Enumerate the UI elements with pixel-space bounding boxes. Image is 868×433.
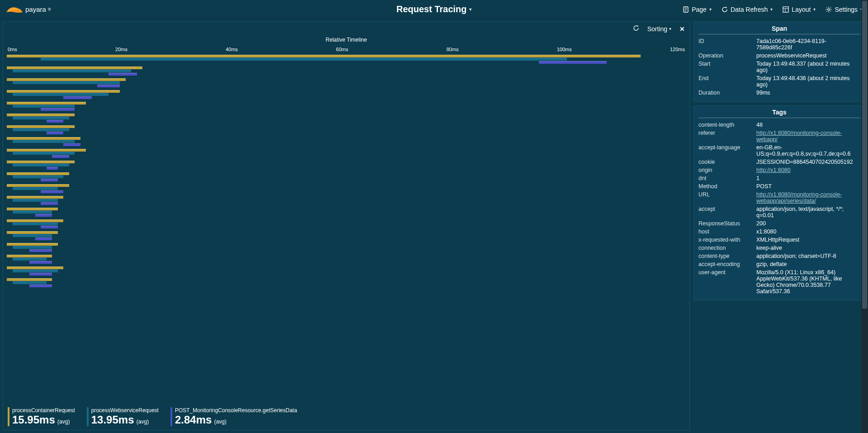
tag-link[interactable]: http://x1:8080/monitoring-console-webapp… bbox=[756, 130, 842, 143]
span-bar[interactable] bbox=[7, 143, 686, 146]
span-bar[interactable] bbox=[7, 278, 686, 281]
trace-group[interactable] bbox=[7, 208, 686, 217]
trace-group[interactable] bbox=[7, 90, 686, 99]
span-bar[interactable] bbox=[7, 132, 686, 134]
span-bar[interactable] bbox=[7, 184, 686, 187]
span-bar[interactable] bbox=[7, 108, 686, 111]
span-bar[interactable] bbox=[7, 199, 686, 202]
trace-group[interactable] bbox=[7, 172, 686, 181]
trace-group[interactable] bbox=[7, 137, 686, 146]
span-bar[interactable] bbox=[7, 238, 686, 240]
trace-group[interactable] bbox=[7, 102, 686, 111]
trace-group[interactable] bbox=[7, 125, 686, 134]
tag-link[interactable]: http://x1:8080/monitoring-console-webapp… bbox=[756, 191, 842, 204]
span-bar[interactable] bbox=[7, 70, 686, 72]
span-bar[interactable] bbox=[7, 117, 686, 119]
tag-key: Method bbox=[698, 183, 753, 190]
span-bar[interactable] bbox=[7, 243, 686, 246]
span-bar[interactable] bbox=[7, 105, 686, 108]
span-bar[interactable] bbox=[7, 273, 686, 276]
span-bar[interactable] bbox=[7, 152, 686, 155]
data-refresh-menu[interactable]: Data Refresh ▾ bbox=[722, 6, 773, 13]
scrollbar-track[interactable] bbox=[861, 0, 868, 433]
span-bar[interactable] bbox=[7, 266, 686, 269]
trace-group[interactable] bbox=[7, 231, 686, 240]
span-bar[interactable] bbox=[7, 234, 686, 237]
trace-group[interactable] bbox=[7, 266, 686, 276]
span-bar[interactable] bbox=[7, 208, 686, 210]
trace-group[interactable] bbox=[7, 78, 686, 87]
scrollbar-thumb[interactable] bbox=[862, 1, 867, 309]
span-bar[interactable] bbox=[7, 172, 686, 175]
trace-group[interactable] bbox=[7, 114, 686, 123]
span-bar[interactable] bbox=[7, 128, 686, 131]
span-bar[interactable] bbox=[7, 202, 686, 205]
span-bar[interactable] bbox=[7, 93, 686, 96]
trace-group[interactable] bbox=[7, 67, 686, 76]
span-bar[interactable] bbox=[7, 155, 686, 158]
span-bar[interactable] bbox=[7, 214, 686, 217]
span-bar[interactable] bbox=[7, 78, 686, 81]
layout-menu[interactable]: Layout ▾ bbox=[783, 6, 816, 13]
span-bar[interactable] bbox=[7, 219, 686, 222]
span-bar[interactable] bbox=[7, 258, 686, 261]
span-bar[interactable] bbox=[7, 149, 686, 152]
settings-menu[interactable]: Settings ▾ bbox=[826, 6, 863, 13]
trace-group[interactable] bbox=[7, 55, 686, 64]
trace-group[interactable] bbox=[7, 184, 686, 193]
page-menu[interactable]: Page ▾ bbox=[683, 6, 712, 13]
span-bar[interactable] bbox=[7, 102, 686, 105]
span-bar[interactable] bbox=[7, 90, 686, 93]
span-bar[interactable] bbox=[7, 137, 686, 140]
span-bar[interactable] bbox=[7, 61, 686, 64]
span-bar[interactable] bbox=[7, 196, 686, 199]
span-bar[interactable] bbox=[7, 281, 686, 284]
trace-group[interactable] bbox=[7, 255, 686, 264]
tag-link[interactable]: http://x1:8080 bbox=[756, 167, 791, 173]
legend-item[interactable]: processWebserviceRequest13.95ms (avg) bbox=[87, 407, 159, 426]
span-bar[interactable] bbox=[7, 73, 686, 76]
span-bar[interactable] bbox=[7, 114, 686, 116]
sorting-dropdown[interactable]: Sorting ▾ bbox=[647, 25, 671, 33]
span-bar[interactable] bbox=[7, 161, 686, 163]
span-bar[interactable] bbox=[7, 58, 686, 61]
span-bar[interactable] bbox=[7, 249, 686, 252]
span-bar[interactable] bbox=[7, 223, 686, 225]
span-bar[interactable] bbox=[7, 246, 686, 249]
span-bar[interactable] bbox=[7, 261, 686, 264]
page-title-dropdown[interactable]: Request Tracing ▾ bbox=[396, 4, 472, 14]
span-bar[interactable] bbox=[7, 120, 686, 123]
span-bar[interactable] bbox=[7, 67, 686, 69]
span-bar[interactable] bbox=[7, 179, 686, 181]
legend-item[interactable]: POST_MonitoringConsoleResource.getSeries… bbox=[170, 407, 297, 426]
trace-group[interactable] bbox=[7, 243, 686, 252]
span-bar[interactable] bbox=[7, 285, 686, 287]
span-bar[interactable] bbox=[7, 255, 686, 257]
span-bar[interactable] bbox=[7, 81, 686, 84]
span-bar[interactable] bbox=[7, 125, 686, 128]
legend-item[interactable]: processContainerRequest15.95ms (avg) bbox=[8, 407, 75, 426]
span-bar[interactable] bbox=[7, 187, 686, 190]
trace-group[interactable] bbox=[7, 278, 686, 287]
tag-row: user-agentMozilla/5.0 (X11; Linux x86_64… bbox=[698, 268, 860, 295]
panel-close-button[interactable]: ✕ bbox=[679, 25, 685, 33]
span-bar[interactable] bbox=[7, 270, 686, 272]
tag-value: XMLHttpRequest bbox=[756, 237, 860, 243]
span-bar[interactable] bbox=[7, 96, 686, 99]
span-bar[interactable] bbox=[7, 167, 686, 170]
panel-refresh-button[interactable] bbox=[633, 25, 639, 33]
span-bar[interactable] bbox=[7, 176, 686, 178]
trace-group[interactable] bbox=[7, 219, 686, 228]
trace-group[interactable] bbox=[7, 149, 686, 158]
tag-key: accept-language bbox=[698, 144, 753, 157]
span-bar[interactable] bbox=[7, 164, 686, 167]
span-bar[interactable] bbox=[7, 190, 686, 193]
span-bar[interactable] bbox=[7, 226, 686, 228]
span-bar[interactable] bbox=[7, 140, 686, 143]
span-bar[interactable] bbox=[7, 231, 686, 234]
trace-group[interactable] bbox=[7, 196, 686, 205]
trace-group[interactable] bbox=[7, 161, 686, 170]
span-bar[interactable] bbox=[7, 55, 686, 57]
span-bar[interactable] bbox=[7, 85, 686, 87]
span-bar[interactable] bbox=[7, 211, 686, 214]
